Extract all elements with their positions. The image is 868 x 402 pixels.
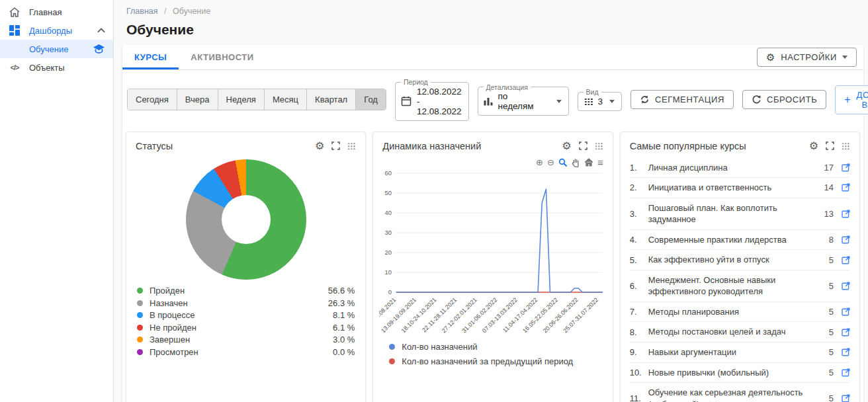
widget-title: Статусы [136, 141, 315, 151]
open-in-new-icon[interactable] [842, 163, 850, 172]
range-button[interactable]: Неделя [218, 89, 264, 110]
course-rank: 8. [630, 327, 644, 337]
home-reset-icon[interactable] [584, 158, 593, 167]
chevron-down-icon [842, 56, 847, 59]
page-title: Обучение [126, 22, 863, 38]
detail-select[interactable]: Детализация по неделям [478, 84, 569, 116]
open-in-new-icon[interactable] [842, 307, 850, 316]
fullscreen-icon[interactable] [331, 141, 340, 150]
view-select-label: Вид [584, 89, 601, 96]
breadcrumb-home-link[interactable]: Главная [126, 7, 158, 16]
open-in-new-icon[interactable] [842, 210, 850, 218]
course-rank: 5. [630, 255, 644, 265]
open-in-new-icon[interactable] [842, 235, 850, 244]
dynamics-legend: Кол-во назначенийКол-во назначений за пр… [373, 336, 612, 369]
breadcrumb-separator: / [164, 7, 166, 16]
svg-text:22.11-28.11.2021: 22.11-28.11.2021 [421, 296, 458, 333]
sidebar-item-training[interactable]: Обучение [0, 40, 113, 58]
course-count: 17 [822, 163, 834, 173]
svg-text:25.07-31.07.2022: 25.07-31.07.2022 [562, 296, 600, 334]
drag-handle-icon[interactable] [595, 142, 603, 149]
legend-item[interactable]: Кол-во назначений за предыдущий период [389, 354, 612, 369]
legend-item[interactable]: Кол-во назначений [389, 340, 612, 354]
legend-dot [389, 358, 395, 364]
add-widget-button[interactable]: + ДОБАВИТЬ ВИДЖЕТ [835, 85, 868, 114]
box-zoom-icon[interactable] [558, 158, 568, 167]
course-row: 11.Обучение как серьезная деятельность (… [630, 383, 850, 402]
donut-hole [222, 195, 271, 244]
pan-icon[interactable] [572, 158, 580, 167]
drag-handle-icon[interactable] [842, 142, 850, 149]
course-count: 5 [822, 393, 834, 402]
widget-popular-courses: Самые популярные курсы ⚙ 1.Личная дисцип… [620, 132, 860, 402]
widget-settings-icon[interactable]: ⚙ [562, 141, 571, 151]
legend-label: Кол-во назначений [402, 342, 612, 352]
open-in-new-icon[interactable] [842, 183, 850, 192]
svg-text:31.01-06.02.2022: 31.01-06.02.2022 [461, 296, 499, 334]
svg-text:11.04-17.04.2022: 11.04-17.04.2022 [501, 296, 539, 334]
legend-item: В процессе8.1 % [137, 309, 355, 322]
main-content: Главная / Обучение Обучение КУРСЫ АКТИВН… [114, 0, 868, 402]
sidebar-item-home[interactable]: Главная [0, 3, 113, 21]
segmentation-button[interactable]: СЕГМЕНТАЦИЯ [630, 90, 734, 109]
course-row: 1.Личная дисциплина17 [630, 158, 850, 179]
view-select[interactable]: Вид 3 [578, 89, 623, 111]
zoom-out-icon[interactable]: ⊖ [547, 158, 554, 167]
svg-text:20: 20 [385, 249, 392, 256]
widget-settings-icon[interactable]: ⚙ [315, 141, 324, 151]
dashboard-icon [8, 24, 21, 36]
drag-handle-icon[interactable] [347, 142, 356, 149]
course-title: Менеджмент. Основные навыки эффективного… [648, 274, 818, 298]
bar-chart-icon [484, 97, 493, 106]
chart-menu-icon[interactable]: ≡ [597, 157, 603, 168]
sidebar-item-objects[interactable]: </> Объекты [0, 58, 113, 77]
range-button[interactable]: Квартал [306, 89, 355, 110]
legend-value: 0.0 % [333, 347, 355, 357]
tab-activities[interactable]: АКТИВНОСТИ [179, 45, 265, 69]
sidebar-item-dashboards[interactable]: Дашборды [0, 21, 113, 40]
legend-value: 26.3 % [328, 298, 355, 308]
open-in-new-icon[interactable] [842, 256, 850, 264]
course-title: Методы постановки целей и задач [648, 326, 818, 338]
course-title: Инициатива и ответственность [648, 182, 818, 194]
chevron-up-icon[interactable] [97, 28, 105, 33]
course-rank: 6. [630, 281, 644, 291]
svg-text:16.05-22.05.2022: 16.05-22.05.2022 [521, 296, 559, 334]
widget-title: Самые популярные курсы [630, 141, 809, 151]
sidebar-item-label: Объекты [29, 63, 65, 73]
course-title: Новые привычки (мобильный) [648, 367, 818, 379]
open-in-new-icon[interactable] [842, 394, 850, 402]
open-in-new-icon[interactable] [842, 328, 850, 337]
breadcrumb-current: Обучение [173, 7, 210, 16]
breadcrumb: Главная / Обучение [126, 7, 863, 16]
svg-text:27.12-02.01.2021: 27.12-02.01.2021 [441, 296, 478, 334]
course-rank: 11. [630, 393, 644, 402]
sidebar-item-label: Дашборды [29, 26, 72, 36]
fullscreen-icon[interactable] [826, 141, 834, 150]
open-in-new-icon[interactable] [842, 348, 850, 356]
fullscreen-icon[interactable] [579, 141, 587, 150]
range-button[interactable]: Месяц [264, 89, 306, 110]
reset-button-label: СБРОСИТЬ [767, 95, 817, 104]
course-rank: 10. [630, 368, 644, 378]
legend-value: 6.1 % [333, 323, 355, 333]
range-button[interactable]: Вчера [177, 89, 218, 110]
dynamics-line-chart[interactable]: 01020304050605.08.202113.09-19.09.202118… [373, 169, 612, 336]
range-button[interactable]: Год [355, 89, 386, 110]
zoom-in-icon[interactable]: ⊕ [536, 158, 543, 167]
course-count: 14 [822, 182, 834, 192]
legend-dot [137, 337, 143, 342]
open-in-new-icon[interactable] [842, 282, 850, 290]
settings-button[interactable]: ⚙ НАСТРОЙКИ [757, 48, 857, 67]
svg-text:20.06-26.06.2022: 20.06-26.06.2022 [542, 296, 580, 334]
tab-courses[interactable]: КУРСЫ [122, 45, 179, 69]
widget-settings-icon[interactable]: ⚙ [809, 141, 818, 151]
range-button[interactable]: Сегодня [128, 89, 177, 110]
reset-button[interactable]: СБРОСИТЬ [742, 90, 826, 109]
chart-toolbar: ⊕ ⊖ ≡ [373, 157, 612, 169]
open-in-new-icon[interactable] [842, 368, 850, 377]
app-root: Главная Дашборды Обучение </> Объекты Гл… [0, 0, 868, 402]
course-rank: 1. [630, 163, 644, 173]
period-field[interactable]: Период 12.08.2022 - 12.08.2022 [395, 79, 469, 121]
settings-button-label: НАСТРОЙКИ [781, 52, 837, 62]
